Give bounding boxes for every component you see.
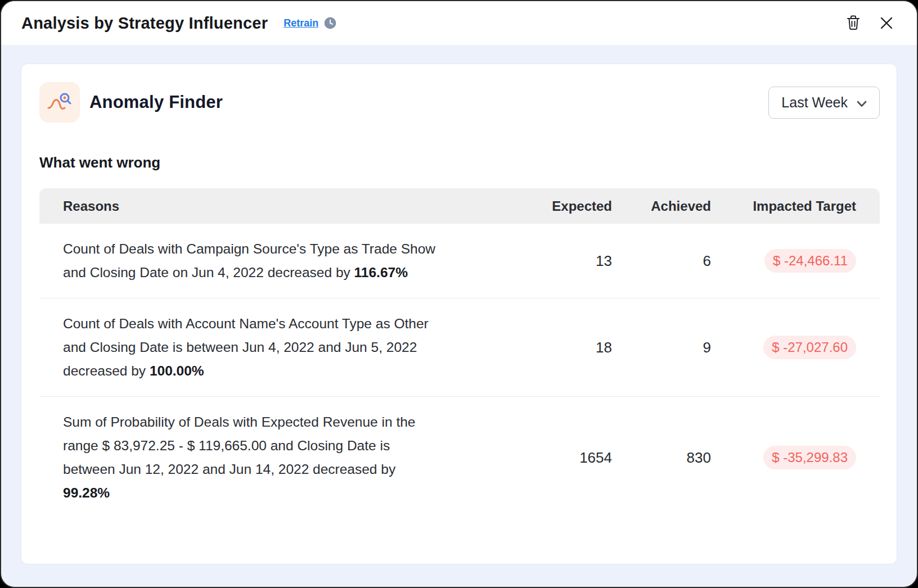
achieved-value: 830	[687, 449, 711, 466]
delete-button[interactable]	[844, 12, 863, 34]
reason-text: Count of Deals with Account Name's Accou…	[63, 316, 429, 378]
anomaly-table: Reasons Expected Achieved Impacted Targe…	[39, 188, 880, 518]
analysis-dialog: Analysis by Strategy Influencer Retrain	[0, 0, 918, 588]
reason-cell: Sum of Probability of Deals with Expecte…	[39, 410, 528, 505]
close-button[interactable]	[878, 14, 896, 32]
expected-value: 1654	[579, 449, 612, 466]
period-dropdown-value: Last Week	[781, 94, 848, 111]
anomaly-finder-card: Anomaly Finder Last Week What went wrong…	[21, 64, 897, 564]
period-dropdown[interactable]: Last Week	[768, 87, 880, 119]
history-clock-icon[interactable]	[324, 17, 336, 29]
retrain-link[interactable]: Retrain	[284, 17, 318, 29]
close-icon	[880, 16, 893, 30]
section-title: What went wrong	[39, 154, 880, 171]
dialog-header: Analysis by Strategy Influencer Retrain	[1, 1, 917, 45]
achieved-value: 6	[703, 252, 711, 269]
chevron-down-icon	[857, 94, 867, 111]
anomaly-finder-icon	[39, 82, 80, 123]
reason-cell: Count of Deals with Account Name's Accou…	[39, 312, 528, 383]
impacted-target-badge: $ -27,027.60	[763, 336, 856, 359]
column-header-impacted-target: Impacted Target	[711, 198, 880, 214]
column-header-achieved: Achieved	[612, 198, 711, 214]
expected-value: 18	[596, 339, 612, 356]
table-row: Count of Deals with Campaign Source's Ty…	[39, 224, 880, 298]
reason-text: Sum of Probability of Deals with Expecte…	[63, 414, 415, 477]
card-header: Anomaly Finder Last Week	[39, 82, 880, 123]
reason-percentage: 99.28%	[63, 485, 110, 500]
dialog-body: Anomaly Finder Last Week What went wrong…	[1, 45, 917, 587]
trash-icon	[846, 15, 861, 32]
table-row: Sum of Probability of Deals with Expecte…	[39, 397, 880, 518]
achieved-value: 9	[703, 339, 711, 356]
reason-cell: Count of Deals with Campaign Source's Ty…	[39, 237, 528, 284]
impacted-target-badge: $ -35,299.83	[763, 446, 856, 469]
dialog-title: Analysis by Strategy Influencer	[21, 14, 268, 33]
reason-percentage: 116.67%	[354, 265, 408, 280]
table-header-row: Reasons Expected Achieved Impacted Targe…	[39, 188, 880, 224]
column-header-reasons: Reasons	[39, 198, 528, 214]
reason-percentage: 100.00%	[150, 363, 204, 378]
app-title: Anomaly Finder	[89, 92, 223, 112]
impacted-target-badge: $ -24,466.11	[764, 249, 856, 273]
table-row: Count of Deals with Account Name's Accou…	[39, 298, 880, 397]
expected-value: 13	[596, 252, 612, 269]
column-header-expected: Expected	[528, 198, 612, 214]
